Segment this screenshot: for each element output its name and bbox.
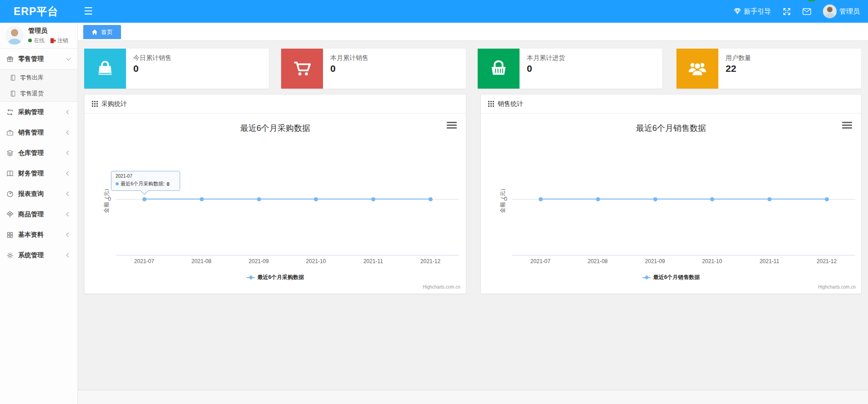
sidebar-item-reports[interactable]: 报表查询 [0,184,77,204]
tooltip-date: 2021-07 [116,174,176,179]
sidebar-item-system[interactable]: 系统管理 [0,245,77,265]
tooltip-value: 0 [167,181,169,187]
highcharts-credit-link[interactable]: Highcharts.com.cn [818,284,856,289]
sidebar-item-finance[interactable]: 财务管理 [0,163,77,184]
data-point [710,197,714,201]
guide-label: 新手引导 [744,7,771,16]
x-tick-label: 2021-10 [702,258,722,264]
data-point [596,197,600,201]
panel-title: 采购统计 [101,100,127,108]
data-point [142,197,146,201]
data-point [200,197,204,201]
legend-label: 最近6个月采购数据 [257,274,304,281]
messages-button[interactable]: 0 [802,0,811,23]
sidebar-item-retail-return[interactable]: 零售退货 [0,85,77,101]
fullscreen-button[interactable] [783,0,791,23]
sidebar-avatar [5,26,24,45]
x-tick-label: 2021-12 [420,258,440,264]
card-value: 22 [726,63,751,74]
guide-button[interactable]: 新手引导 [734,0,771,23]
sidebar-item-basic-data[interactable]: 基本资料 [0,224,77,245]
card-label: 本月累计销售 [330,54,368,62]
x-axis-line [116,255,459,255]
data-point [257,197,261,201]
x-tick-label: 2021-11 [760,258,779,264]
legend-item[interactable]: 最近6个月采购数据 [85,274,466,281]
x-tick-label: 2021-09 [249,258,269,264]
submenu-item-label: 零售出库 [20,74,44,82]
chevron-left-icon [66,130,71,135]
sidebar-item-retail-outbound[interactable]: 零售出库 [0,70,77,85]
sidebar-toggle-icon[interactable]: ☰ [84,5,93,17]
sidebar-item-label: 报表查询 [18,190,44,198]
sidebar-item-label: 采购管理 [18,108,44,116]
gift-icon [6,55,14,63]
sidebar-item-label: 仓库管理 [18,149,44,157]
sidebar-item-label: 基本资料 [18,231,44,239]
sidebar-item-label: 财务管理 [18,170,44,178]
sidebar-menu: 零售管理 零售出库 零售退货 采购管理 销售管理 [0,49,77,265]
legend-marker [642,277,651,278]
purchase-stats-panel: 采购统计 最近6个月采购数据 金额（元） 0 2021-07 2021-08 2… [84,94,466,294]
card-label: 用户数量 [726,54,751,62]
data-point [825,197,829,201]
x-axis-line [512,255,855,255]
online-label: 在线 [34,37,45,45]
sidebar-username: 管理员 [28,27,68,35]
page-footer [78,390,868,404]
legend-item[interactable]: 最近6个月销售数据 [481,274,861,281]
message-count-badge: 0 [808,0,815,1]
purchase-chart: 最近6个月采购数据 金额（元） 0 2021-07 2021-08 2021-0… [85,114,466,294]
tab-home[interactable]: 首页 [83,25,121,39]
x-tick-label: 2021-07 [530,258,550,264]
panel-title: 销售统计 [498,100,523,108]
gem-icon [734,7,741,16]
home-icon [91,29,98,35]
tooltip-series-dot [116,182,119,185]
sales-chart: 最近6个月销售数据 金额（元） 0 2021-07 2021-08 2021-0… [481,114,861,294]
chevron-left-icon [66,110,71,115]
gear-icon [6,252,14,259]
sidebar-item-label: 商品管理 [18,210,44,219]
x-tick-label: 2021-10 [306,258,326,264]
logout-button[interactable]: 注销 [50,37,68,45]
users-icon [676,49,718,89]
top-navbar: ERP平台 ☰ 新手引导 0 [0,0,868,23]
sidebar-item-sales[interactable]: 销售管理 [0,122,77,143]
app-brand: ERP平台 [14,5,58,19]
card-label: 今日累计销售 [133,54,172,62]
y-axis-tick: 0 [481,196,507,202]
chevron-left-icon [66,253,71,258]
user-menu[interactable]: 管理员 [823,0,860,23]
cart-icon [281,49,323,89]
bag-icon [84,49,126,89]
box-icon [6,211,14,218]
tab-home-label: 首页 [101,28,113,36]
data-point [371,197,375,201]
logout-label: 注销 [57,37,68,45]
navbar-username: 管理员 [839,7,860,16]
sidebar-item-label: 系统管理 [18,251,44,259]
sidebar-item-goods[interactable]: 商品管理 [0,204,77,224]
highcharts-credit-link[interactable]: Highcharts.com.cn [423,284,460,289]
card-value: 0 [527,63,565,74]
x-tick-label: 2021-07 [134,258,154,264]
stat-card-user-count: 用户数量 22 [676,49,861,89]
sidebar-item-warehouse[interactable]: 仓库管理 [0,143,77,163]
series-line [540,199,827,200]
sidebar-item-purchase[interactable]: 采购管理 [0,102,77,122]
tooltip-label: 最近6个月采购数据: [121,180,165,187]
mail-icon [802,8,811,15]
basket-icon [478,49,520,89]
chart-tooltip: 2021-07 最近6个月采购数据: 0 [111,171,180,191]
book-icon [6,170,14,177]
sidebar-item-retail[interactable]: 零售管理 [0,49,77,69]
grid-icon [6,231,14,239]
data-point [429,197,433,201]
chevron-left-icon [66,233,71,237]
card-value: 0 [133,63,172,74]
briefcase-icon [6,129,14,136]
data-point [314,197,318,201]
series-line [144,199,430,200]
chevron-left-icon [66,151,71,155]
